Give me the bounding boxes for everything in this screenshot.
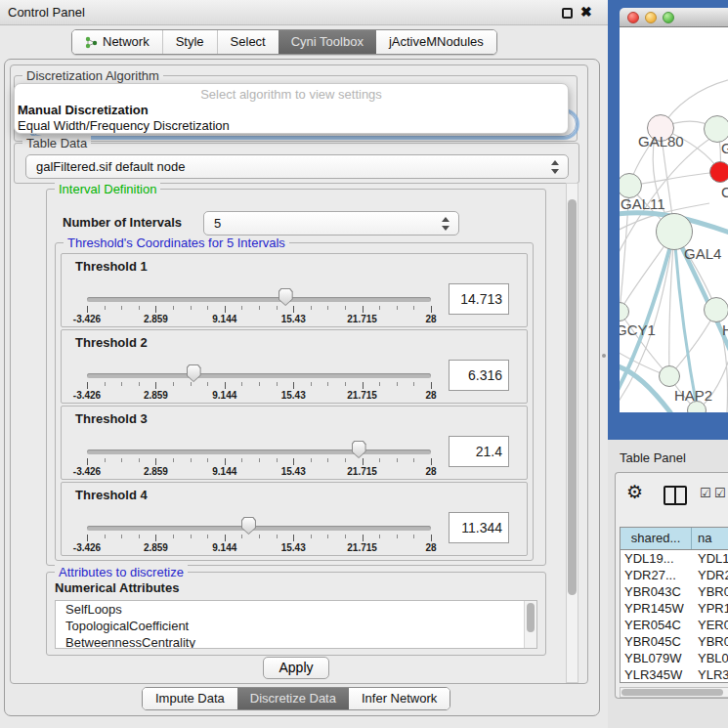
slider-tick-labels: -3.4262.8599.14415.4321.71528: [87, 466, 431, 478]
cell-name[interactable]: YBR0: [692, 633, 728, 650]
table-row[interactable]: YDR27...YDR2: [621, 567, 728, 583]
network-window-titlebar[interactable]: [620, 8, 728, 27]
select-none-checkbox-icon[interactable]: ☑: [714, 486, 726, 500]
tab-infer-network[interactable]: Infer Network: [349, 688, 450, 709]
table-horizontal-scrollbar[interactable]: [620, 687, 728, 698]
screen: Control Panel ✖ NetworkStyleSelectCyni T…: [0, 0, 728, 728]
cell-name[interactable]: YLR3: [692, 666, 728, 683]
panel-vertical-scrollbar[interactable]: [566, 183, 578, 683]
table-row[interactable]: YBR045CYBR0: [621, 633, 728, 650]
threshold-value-field[interactable]: 6.316: [449, 360, 509, 391]
attribute-items: SelfLoopsTopologicalCoefficientBetweenne…: [56, 601, 536, 649]
slider-thumb[interactable]: [187, 364, 201, 382]
slider-tick-labels: -3.4262.8599.14415.4321.71528: [87, 542, 431, 554]
threshold-label: Threshold 3: [75, 411, 148, 426]
splitter-grip-icon[interactable]: [602, 354, 606, 358]
attribute-item-betweennesscentrality[interactable]: BetweennessCentrality: [56, 634, 536, 649]
group-title: Table Data: [22, 136, 91, 150]
table-data-combobox[interactable]: galFiltered.sif default node: [25, 154, 569, 179]
attribute-item-selfloops[interactable]: SelfLoops: [56, 601, 536, 618]
cell-name[interactable]: YBR0: [692, 583, 728, 600]
cell-shared-name[interactable]: YDR27...: [621, 567, 692, 583]
scrollbar-thumb[interactable]: [527, 603, 535, 632]
dropdown-item-equal-width-frequency[interactable]: Equal Width/Frequency Discretization: [15, 118, 568, 134]
network-node-h[interactable]: [704, 297, 728, 322]
zoom-traffic-light[interactable]: [663, 12, 674, 23]
dropdown-item-manual-discretization[interactable]: Manual Discretization: [15, 103, 568, 118]
cell-name[interactable]: YBL0: [692, 650, 728, 666]
tab-label: Infer Network: [362, 688, 437, 709]
slider-track[interactable]: [87, 526, 431, 531]
tab-discretize-data[interactable]: Discretize Data: [237, 688, 349, 709]
threshold-panel-1: Threshold 1-3.4262.8599.14415.4321.71528…: [61, 253, 528, 327]
network-canvas[interactable]: GAL80GACGAL11GAL4GCY1HHAP2: [620, 27, 728, 412]
combo-value: galFiltered.sif default node: [36, 155, 185, 179]
tab-label: Network: [103, 30, 150, 54]
attribute-item-topologicalcoefficient[interactable]: TopologicalCoefficient: [56, 618, 536, 634]
tab-style[interactable]: Style: [163, 30, 218, 54]
table-row[interactable]: YLR345WYLR3: [621, 666, 728, 683]
tab-select[interactable]: Select: [218, 30, 278, 54]
threshold-list: Threshold 1-3.4262.8599.14415.4321.71528…: [61, 253, 528, 558]
threshold-value-field[interactable]: 11.344: [449, 512, 509, 543]
slider-thumb[interactable]: [352, 441, 366, 458]
cell-shared-name[interactable]: YER054C: [621, 617, 692, 633]
stepper-arrows-icon: [442, 216, 450, 232]
close-icon[interactable]: ✖: [580, 4, 592, 20]
apply-button[interactable]: Apply: [263, 657, 329, 679]
tab-network[interactable]: Network: [72, 30, 163, 54]
cell-shared-name[interactable]: YPR145W: [621, 600, 692, 617]
split-columns-icon[interactable]: [664, 486, 687, 505]
cell-shared-name[interactable]: YBL079W: [621, 650, 692, 666]
close-traffic-light[interactable]: [627, 12, 639, 23]
slider-track[interactable]: [87, 297, 431, 302]
threshold-value-field[interactable]: 21.4: [449, 436, 509, 467]
cell-shared-name[interactable]: YBR045C: [621, 633, 692, 650]
cell-shared-name[interactable]: YBR043C: [621, 583, 692, 600]
cell-shared-name[interactable]: YLR345W: [621, 666, 692, 683]
table-row[interactable]: YDL19...YDL1: [621, 550, 728, 567]
table-row[interactable]: YBL079WYBL0: [621, 650, 728, 666]
table-row[interactable]: YER054CYER0: [621, 617, 728, 633]
slider-ticks: [87, 534, 431, 542]
tab-cyni-toolbox[interactable]: Cyni Toolbox: [278, 30, 376, 54]
network-desktop-area: GAL80GACGAL11GAL4GCY1HHAP2: [608, 0, 728, 440]
threshold-value-field[interactable]: 14.713: [449, 283, 509, 315]
network-node-hap2[interactable]: [659, 365, 680, 387]
slider-track[interactable]: [87, 450, 431, 454]
scrollbar-thumb[interactable]: [568, 199, 577, 595]
cell-shared-name[interactable]: YDL19...: [621, 550, 692, 567]
table-row[interactable]: YPR145WYPR1: [621, 600, 728, 617]
table-panel-body: ⚙ ☑ ☑ shared... na YDL19...YDL1YDR27...Y…: [615, 472, 728, 699]
minimize-traffic-light[interactable]: [645, 12, 657, 23]
stepper-arrows-icon: [551, 159, 560, 175]
dropdown-prompt: Select algorithm to view settings: [15, 86, 568, 103]
network-node-ga[interactable]: [704, 115, 728, 143]
slider-thumb[interactable]: [278, 288, 293, 306]
slider-thumb[interactable]: [241, 517, 256, 535]
gear-icon[interactable]: ⚙: [626, 481, 643, 503]
slider-ticks: [87, 457, 431, 466]
cell-name[interactable]: YDL1: [692, 550, 728, 567]
group-title: Interval Definition: [55, 182, 160, 196]
tab-jactivemnodules[interactable]: jActiveMNodules: [376, 30, 496, 54]
table-row[interactable]: YBR043CYBR0: [621, 583, 728, 600]
cell-name[interactable]: YPR1: [692, 600, 728, 617]
number-of-intervals-combobox[interactable]: 5: [203, 211, 459, 236]
column-header-name[interactable]: na: [692, 528, 728, 549]
threshold-label: Threshold 2: [75, 335, 148, 350]
select-all-checkbox-icon[interactable]: ☑: [700, 486, 711, 500]
group-title: Discretization Algorithm: [22, 68, 163, 83]
attributes-scrollbar[interactable]: [524, 601, 536, 648]
network-node-c[interactable]: [709, 161, 728, 183]
scrollbar-thumb[interactable]: [621, 689, 723, 696]
tab-impute-data[interactable]: Impute Data: [143, 688, 237, 709]
combo-value: 5: [214, 212, 221, 236]
interval-definition-group: Interval Definition Number of Intervals …: [46, 189, 546, 566]
column-header-shared-name[interactable]: shared...: [621, 528, 692, 549]
tab-label: jActiveMNodules: [389, 30, 484, 54]
cell-name[interactable]: YER0: [692, 617, 728, 633]
cell-name[interactable]: YDR2: [692, 567, 728, 583]
float-window-icon[interactable]: [562, 8, 573, 19]
slider-track[interactable]: [87, 373, 431, 378]
